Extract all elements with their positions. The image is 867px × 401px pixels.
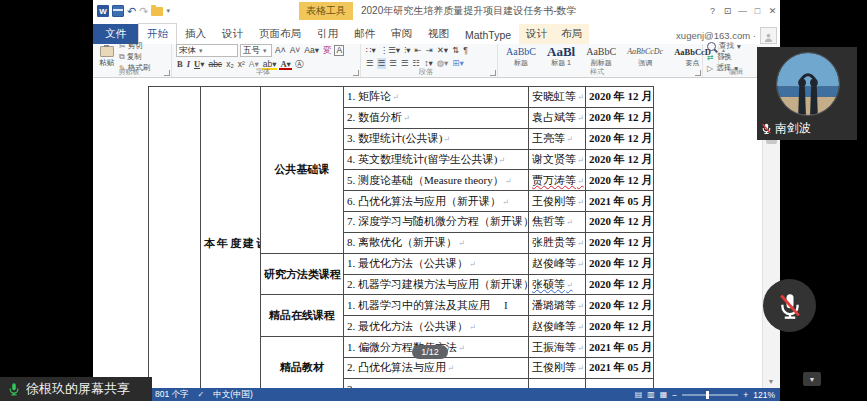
sort-icon[interactable]: ⇅ (451, 45, 460, 56)
multilevel-list-icon[interactable]: ⫶▾ (403, 45, 411, 56)
meeting-shared-screen: W ↶ ↷ ▾ 表格工具 2020年研究生培养质量提升项目建设任务书-数学与统计… (0, 0, 867, 401)
asian-layout-icon[interactable]: ✕▾ (436, 45, 449, 56)
title-bar: W ↶ ↷ ▾ 表格工具 2020年研究生培养质量提升项目建设任务书-数学与统计… (93, 0, 780, 22)
font-name-box[interactable]: 宋体▾ (176, 44, 238, 57)
zoom-level[interactable]: 121% (753, 390, 775, 400)
table-tools-label: 表格工具 (299, 2, 353, 20)
paragraph-dialog-launcher[interactable] (490, 70, 496, 76)
category-cell[interactable]: 研究方法类课程 (261, 253, 344, 295)
style-emphasis[interactable]: AaBbCcDc 强调 (623, 46, 667, 68)
copy-button[interactable]: ⧉复制 (119, 52, 150, 62)
tab-page-layout[interactable]: 页面布局 (251, 24, 309, 44)
category-cell[interactable]: 精品教材 (261, 337, 344, 388)
copy-icon: ⧉ (119, 52, 125, 62)
restore-button[interactable]: □ (750, 3, 765, 19)
empty-col-cell[interactable] (149, 87, 201, 389)
dropdown-icon: ▾ (263, 47, 267, 55)
style-title[interactable]: AaBbC 标题 (502, 46, 540, 68)
replace-button[interactable]: ⇄替换 (707, 52, 741, 62)
clipboard-dialog-launcher[interactable] (164, 70, 170, 76)
panel-collapse-arrow[interactable]: ▼ (803, 372, 821, 386)
account-avatar[interactable] (760, 27, 777, 44)
style-heading1[interactable]: AaBl 标题 1 (543, 46, 579, 68)
zoom-in-button[interactable]: + (743, 390, 748, 400)
phonetic-guide-button[interactable]: 変 (322, 45, 333, 56)
participant-tile[interactable]: 南剑波 (757, 47, 857, 140)
undo-icon[interactable]: ↶ (127, 6, 136, 16)
minimize-button[interactable]: — (735, 3, 750, 19)
paste-button[interactable]: 粘贴 (97, 46, 116, 68)
tab-mathtype[interactable]: MathType (457, 26, 519, 44)
page-indicator-badge: 1/12 (412, 345, 448, 359)
participant-name-row: 南剑波 (760, 120, 811, 137)
search-icon (707, 42, 716, 51)
category-cell[interactable]: 公共基础课 (261, 87, 344, 254)
scroll-down-icon[interactable]: ▼ (765, 377, 777, 387)
cut-button[interactable]: ✂剪切 (119, 41, 150, 51)
styles-dialog-launcher[interactable] (695, 70, 701, 76)
paragraph-group: ∷▾ ⋮☰▾ ⫶▾ ⇤ ⇥ ✕▾ ⇅ ¶ ☰ ☰ ☰ ☰ ☷ (361, 44, 498, 77)
change-case-button[interactable]: Aa▾ (303, 45, 320, 56)
character-border-button[interactable]: A (334, 45, 344, 56)
qat-dropdown-icon[interactable]: ▾ (166, 7, 170, 15)
ribbon-tab-row: 文件 开始 插入 设计 页面布局 引用 邮件 审阅 视图 MathType 设计… (93, 22, 780, 44)
web-layout-icon[interactable]: ▦ (660, 390, 668, 399)
ribbon: 粘贴 ✂剪切 ⧉复制 ✎格式刷 剪贴板 宋体▾ 五号▾ A˄ A˅ (93, 44, 780, 78)
ribbon-options-button[interactable]: ⊡ (720, 3, 735, 19)
word-count[interactable]: 801 个字 (155, 389, 189, 401)
help-button[interactable]: ? (705, 3, 720, 19)
window-buttons: ? ⊡ — □ ✕ (705, 3, 780, 19)
numbering-icon[interactable]: ⋮☰▾ (379, 45, 401, 56)
tab-table-design[interactable]: 设计 (519, 24, 554, 44)
font-size-box[interactable]: 五号▾ (240, 44, 272, 57)
save-icon[interactable] (112, 5, 124, 17)
increase-indent-icon[interactable]: ⇥ (425, 45, 434, 56)
redo-icon[interactable]: ↷ (139, 6, 148, 16)
styles-group-label: 样式 (498, 67, 696, 77)
tab-table-layout[interactable]: 布局 (554, 24, 589, 44)
tab-references[interactable]: 引用 (309, 24, 346, 44)
project-table: 本年度建设项目清单 公共基础课 1. 矩阵论↵ 安晓虹等↵ 2020 年 12 … (148, 86, 654, 388)
grow-font-button[interactable]: A˄ (274, 45, 287, 56)
replace-icon: ⇄ (707, 53, 714, 62)
tab-mailings[interactable]: 邮件 (346, 24, 383, 44)
print-layout-icon[interactable]: ▥ (647, 390, 655, 399)
mic-on-icon (7, 382, 21, 396)
read-mode-icon[interactable]: ▤ (635, 390, 643, 399)
style-subtitle[interactable]: AaBbC 副标题 (582, 46, 620, 68)
bullets-icon[interactable]: ∷▾ (365, 45, 377, 56)
proofing-icon[interactable]: ✓ (198, 390, 205, 399)
account-email: xugenj@163.com · (676, 30, 756, 41)
tab-insert[interactable]: 插入 (177, 24, 214, 44)
zoom-slider-thumb[interactable] (706, 391, 709, 399)
open-folder-icon[interactable] (151, 7, 163, 16)
tab-design[interactable]: 设计 (214, 24, 251, 44)
share-banner-text: 徐根玖的屏幕共享 (26, 380, 130, 398)
microphone-muted-button[interactable] (763, 279, 816, 332)
scissors-icon: ✂ (119, 42, 126, 51)
font-group-label: 字体 (172, 67, 354, 77)
paragraph-group-label: 段落 (361, 67, 491, 77)
word-logo-icon: W (97, 5, 109, 17)
mic-muted-icon (776, 292, 804, 320)
language-indicator[interactable]: 中文(中国) (213, 389, 253, 401)
tab-review[interactable]: 审阅 (383, 24, 420, 44)
find-button[interactable]: 查找 ▾ (707, 41, 741, 51)
document-page[interactable]: 本年度建设项目清单 公共基础课 1. 矩阵论↵ 安晓虹等↵ 2020 年 12 … (93, 78, 763, 388)
zoom-out-button[interactable]: − (672, 390, 677, 400)
table-row: 本年度建设项目清单 公共基础课 1. 矩阵论↵ 安晓虹等↵ 2020 年 12 … (149, 87, 654, 108)
tab-view[interactable]: 视图 (420, 24, 457, 44)
left-label-cell[interactable]: 本年度建设项目清单 (201, 87, 261, 389)
font-dialog-launcher[interactable] (353, 70, 359, 76)
shrink-font-button[interactable]: A˅ (289, 45, 302, 56)
clipboard-icon (100, 46, 114, 57)
zoom-slider[interactable] (682, 394, 738, 396)
screen-share-banner: 徐根玖的屏幕共享 (0, 377, 152, 401)
quick-access-toolbar: W ↶ ↷ ▾ (97, 5, 170, 17)
styles-group: AaBbC 标题 AaBl 标题 1 AaBbC 副标题 AaBbCcDc 强调… (498, 44, 703, 77)
pilcrow-icon[interactable]: ¶ (462, 45, 469, 56)
category-cell[interactable]: 精品在线课程 (261, 295, 344, 337)
clipboard-group-label: 剪贴板 (93, 67, 165, 77)
decrease-indent-icon[interactable]: ⇤ (413, 45, 422, 56)
close-button[interactable]: ✕ (765, 3, 780, 19)
